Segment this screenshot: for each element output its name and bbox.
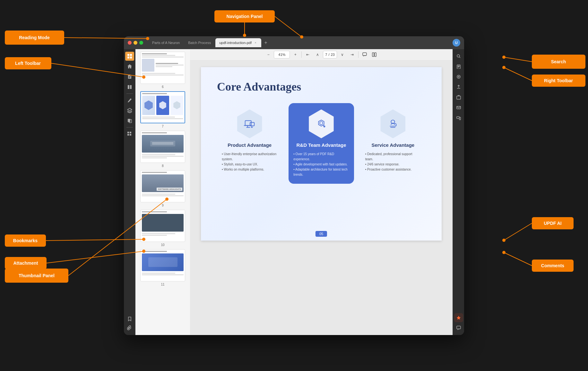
page-display: 7 / 23 [323,51,337,58]
close-button[interactable] [128,41,132,45]
thumbnail-img-8 [140,131,185,163]
svg-rect-6 [127,132,129,133]
pdf-page-number: 05 [316,231,327,237]
service-advantage-card: Service Advantage Dedicated, professiona… [360,103,426,184]
tab-close-icon[interactable]: × [254,41,257,45]
right-sidebar-icon-comments[interactable] [454,323,463,332]
svg-rect-52 [5,234,46,247]
tab-parts-of-neuron[interactable]: Parts of A Neuron [148,38,184,47]
comment-button[interactable] [360,50,369,59]
svg-rect-36 [5,57,51,69]
svg-rect-22 [457,106,461,109]
sidebar-icon-book[interactable] [125,83,134,92]
sidebar-icon-layout[interactable] [125,52,134,61]
svg-text:Right Toolbar: Right Toolbar [544,78,573,83]
page-next-button[interactable]: ∨ [338,50,347,59]
rd-hex-bg [307,110,336,138]
page-last-button[interactable]: ⇥ [348,50,356,59]
minimize-button[interactable] [134,41,137,45]
svg-point-63 [502,239,506,242]
svg-line-46 [504,67,532,81]
sidebar-icon-layers[interactable] [125,106,134,115]
rd-card-bullets: Over 15 years of PDF R&D experience. Agi… [293,152,349,177]
page-prev-button[interactable]: ∧ [313,50,322,59]
svg-point-18 [457,55,460,57]
product-hex-bg [235,110,264,138]
thumbnail-page-6[interactable]: 6 [138,52,187,89]
zoom-display: 41% [274,51,290,58]
user-avatar[interactable]: U [453,39,460,47]
sidebar-icon-attachment[interactable] [125,323,134,332]
svg-rect-40 [532,55,585,69]
title-bar: Parts of A Neuron Batch Process updf-int… [124,36,464,49]
right-sidebar-icon-device[interactable] [454,113,463,122]
sidebar-icon-grid[interactable] [125,129,134,138]
product-card-title: Product Advantage [228,142,272,148]
zoom-out-button[interactable]: − [264,50,272,59]
toolbar-sep-1 [301,51,302,58]
thumbnail-page-9[interactable]: SOFTWARE HIGHLIGHTS 9 [138,170,187,207]
svg-rect-8 [127,134,129,136]
right-sidebar-icon-properties[interactable] [454,62,463,71]
left-sidebar [124,49,135,335]
page-num-8: 8 [162,164,164,168]
sidebar-icon-pages[interactable] [125,116,134,125]
svg-rect-24 [459,117,461,120]
svg-text:Comments: Comments [541,263,565,268]
page-num-6: 6 [162,85,164,89]
page-num-9: 9 [162,204,164,207]
product-advantage-card: Product Advantage User-friendly enterpri… [217,103,282,184]
tab-updf-introduction[interactable]: updf-introduction-pdf × [215,38,261,47]
thumbnail-img-9: SOFTWARE HIGHLIGHTS [140,170,185,202]
main-layout: 6 [124,49,464,335]
service-card-title: Service Advantage [371,142,414,148]
svg-rect-56 [5,257,47,269]
svg-point-67 [502,251,506,254]
svg-point-47 [502,66,506,69]
maximize-button[interactable] [139,41,143,45]
tab-add-button[interactable]: + [262,39,270,47]
rd-advantage-card: R&D Team Advantage Over 15 years of PDF … [289,103,354,184]
svg-rect-0 [127,54,129,56]
svg-rect-30 [214,10,275,22]
sidebar-bottom [125,314,134,332]
thumbnail-page-10[interactable]: 10 [138,210,187,247]
right-sidebar-icon-updf-ai[interactable] [454,313,463,322]
svg-rect-48 [5,269,68,283]
svg-rect-10 [363,53,367,56]
zoom-in-button[interactable]: + [291,50,299,59]
svg-line-62 [504,223,532,240]
sidebar-icon-edit[interactable] [125,96,134,105]
right-sidebar-icon-share[interactable] [454,93,463,102]
right-sidebar-icon-ai[interactable] [454,72,463,81]
sidebar-icon-document[interactable] [125,72,134,81]
right-sidebar-icon-search[interactable] [454,52,463,61]
svg-text:Search: Search [551,59,566,64]
svg-rect-11 [372,53,374,57]
tab-batch-process[interactable]: Batch Process [184,38,215,47]
service-card-bullets: Dedicated, professional support team. 24… [365,152,421,172]
svg-rect-9 [130,134,131,136]
thumbnail-page-7[interactable]: 7 [138,91,187,128]
page-first-button[interactable]: ⇤ [304,50,312,59]
pdf-viewport[interactable]: Core Advantages [190,61,453,335]
thumbnail-panel[interactable]: 6 [135,49,190,335]
toolbar: − 41% + ⇤ ∧ 7 / 23 ∨ [190,49,453,61]
svg-rect-23 [457,117,459,119]
svg-rect-60 [532,217,574,229]
service-hex-bg [378,110,407,138]
content-area: − 41% + ⇤ ∧ 7 / 23 ∨ [190,49,453,335]
right-sidebar-icon-upload[interactable] [454,83,463,92]
right-sidebar-icon-mail[interactable] [454,103,463,112]
rd-card-title: R&D Team Advantage [296,142,346,148]
svg-rect-3 [130,57,132,58]
page-num-10: 10 [161,243,164,247]
toolbar-sep-2 [358,51,359,58]
thumbnail-page-8[interactable]: 8 [138,131,187,168]
sidebar-icon-bookmark[interactable] [125,314,134,323]
thumbnail-page-11[interactable]: 11 [138,249,187,286]
svg-rect-2 [127,57,129,58]
view-button[interactable] [370,50,378,59]
thumbnail-img-10 [140,210,185,242]
sidebar-icon-home[interactable] [125,62,134,71]
